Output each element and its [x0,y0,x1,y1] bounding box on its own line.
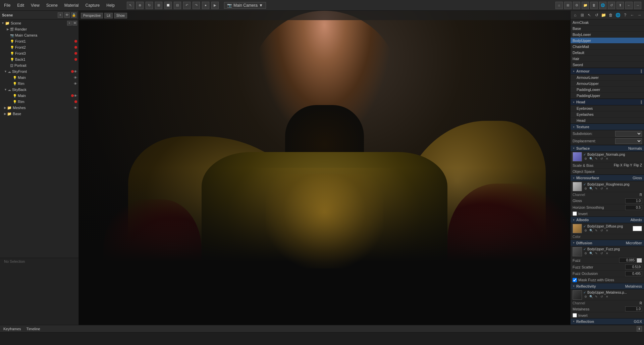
tree-item-portrait[interactable]: 🖼 Portrait [0,62,78,68]
scene-eye-icon[interactable]: 👁 [72,21,77,26]
scene-add-icon[interactable]: + [67,21,72,26]
fuzz-close[interactable]: ✕ [605,251,609,256]
tab-timeline[interactable]: Timeline [25,327,42,331]
tree-item-skyfront[interactable]: ▼ ☁ SkyFront 👁 [0,68,78,75]
fuzz-scatter-input[interactable] [625,264,642,269]
albedo-refresh[interactable]: ↺ [599,228,604,233]
albedo-search[interactable]: 🔍 [589,228,593,233]
sb-main-eye[interactable]: 👁 [74,94,77,98]
head-group-header[interactable]: Head ▐ [571,99,644,105]
tree-item-front1[interactable]: 💡 Front1 [0,38,78,44]
tree-item-skyback-rim[interactable]: 💡 Rim [0,99,78,105]
icon-right[interactable]: → [634,2,641,9]
tool-preview[interactable]: ▶ [211,2,219,9]
metalness-close[interactable]: ✕ [605,294,609,299]
rp-cursor-icon[interactable]: ↖ [586,12,593,18]
tree-item-back1[interactable]: 💡 Back1 [0,56,78,62]
mat-bodylower[interactable]: BodyLower [571,32,644,38]
fuzz-edit[interactable]: ✎ [594,251,599,256]
panel-lock[interactable]: 🔒 [71,12,76,18]
icon-left[interactable]: ← [625,2,633,9]
expand-skyback[interactable]: ▼ [4,88,7,91]
skyfront-eye[interactable]: 👁 [74,70,77,73]
diffusion-section-header[interactable]: Diffusion Microfiber [571,240,644,246]
menu-capture[interactable]: Capture [84,2,101,8]
rp-grid-icon[interactable]: ⊞ [579,12,585,18]
normal-close[interactable]: ✕ [605,156,609,161]
icon-settings[interactable]: ⚙ [573,2,580,9]
menu-edit[interactable]: Edit [16,2,25,8]
sf-rim-eye[interactable]: 👁 [74,82,77,86]
albedo-settings[interactable]: ⚙ [583,228,588,233]
tool-rotate[interactable]: ↻ [146,2,153,9]
displacement-dropdown[interactable] [615,138,642,144]
surface-section-header[interactable]: Surface Normals [571,145,644,152]
reflectivity-invert-checkbox[interactable] [573,313,577,317]
tab-keyframes[interactable]: Keyframes [2,327,22,331]
rp-left-icon[interactable]: ← [629,12,635,18]
horizon-smoothing-input[interactable] [625,205,642,210]
icon-trash[interactable]: 🗑 [590,2,598,9]
icon-grid[interactable]: ⊞ [564,2,572,9]
rp-trash-icon[interactable]: 🗑 [607,12,614,18]
subdivision-dropdown[interactable] [615,131,642,137]
microsurface-section-header[interactable]: Microsurface Gloss [571,175,644,181]
rp-question-icon[interactable]: ? [622,12,628,18]
fuzz-refresh[interactable]: ↺ [599,251,604,256]
fuzz-settings[interactable]: ⚙ [583,251,588,256]
tree-item-skyfront-rim[interactable]: 💡 Rim 👁 [0,81,78,87]
menu-view[interactable]: View [30,2,41,8]
expand-base[interactable]: ▶ [4,112,6,115]
panel-add[interactable]: + [58,12,63,18]
metalness-search[interactable]: 🔍 [589,294,593,299]
mat-eyebrows[interactable]: Eyebrows [571,105,644,111]
reflectivity-section-header[interactable]: Reflectivity Metalness [571,283,644,290]
albedo-close[interactable]: ✕ [605,228,609,233]
icon-refresh[interactable]: ↺ [608,2,615,9]
rp-right-icon[interactable]: → [636,12,643,18]
normal-refresh[interactable]: ↺ [599,156,604,161]
expand-meshes[interactable]: ▶ [4,106,6,109]
mat-default[interactable]: Default [571,50,644,56]
tool-move[interactable]: ⊕ [136,2,144,9]
metalness-settings[interactable]: ⚙ [583,294,588,299]
camera-selector[interactable]: 📷 Main Camera ▼ [224,2,266,9]
tool-redo[interactable]: ↷ [193,2,200,9]
tree-item-main-camera[interactable]: 📷 Main Camera [0,32,78,38]
menu-file[interactable]: File [3,2,12,8]
tree-item-base[interactable]: ▶ 📁 Base [0,111,78,117]
gloss-search[interactable]: 🔍 [589,186,593,191]
normal-search[interactable]: 🔍 [589,156,593,161]
icon-home[interactable]: ⌂ [555,2,563,9]
gloss-input[interactable] [625,198,642,203]
timeline-expand[interactable]: ⬆ [637,326,642,332]
vp-lit-btn[interactable]: Lit [104,13,113,18]
tool-snap[interactable]: 🔲 [164,2,172,9]
tool-scale[interactable]: ⊞ [155,2,162,9]
sf-main-eye[interactable]: 👁 [74,76,77,80]
fuzz-color[interactable] [637,258,642,263]
normal-edit[interactable]: ✎ [594,156,599,161]
tool-render[interactable]: ● [202,2,209,9]
invert-checkbox[interactable] [573,211,577,216]
mat-paddingupper[interactable]: PaddingUpper [571,93,644,99]
menu-scene[interactable]: Scene [45,2,59,8]
icon-globe[interactable]: 🌐 [599,2,606,9]
tree-item-front2[interactable]: 💡 Front2 [0,44,78,50]
metalness-refresh[interactable]: ↺ [599,294,604,299]
reflection-section-header[interactable]: Reflection GGX [571,318,644,325]
vp-perspective-btn[interactable]: Perspective [81,13,103,18]
tree-item-skyback[interactable]: ▼ ☁ SkyBack [0,87,78,93]
gloss-settings[interactable]: ⚙ [583,186,588,191]
mat-paddinglower[interactable]: PaddingLower [571,87,644,93]
tool-select[interactable]: ↖ [127,2,134,9]
gloss-edit[interactable]: ✎ [594,186,599,191]
armour-group-header[interactable]: Armour ▐ [571,68,644,75]
tree-item-front3[interactable]: 💡 Front3 [0,50,78,56]
tree-item-meshes[interactable]: ▶ 📁 Meshes 👁 [0,105,78,111]
panel-eye[interactable]: 👁 [64,12,70,18]
meshes-eye[interactable]: 👁 [74,106,77,110]
tool-undo[interactable]: ↶ [183,2,191,9]
mat-sword[interactable]: Sword [571,62,644,68]
mat-head[interactable]: Head [571,117,644,124]
